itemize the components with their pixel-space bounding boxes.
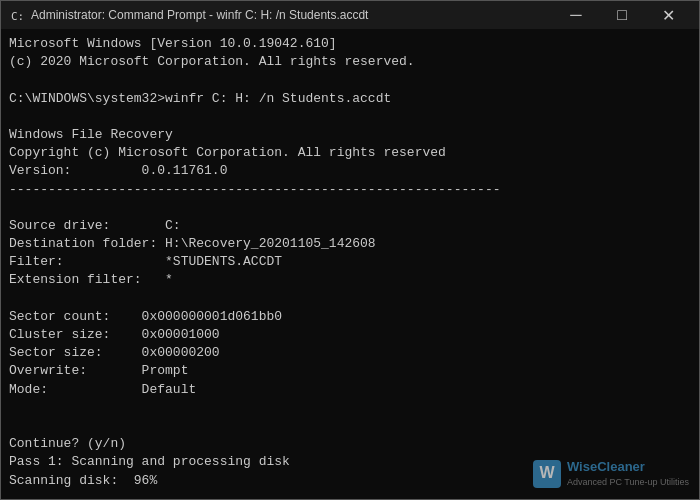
console-line: Continue? (y/n) (9, 435, 691, 453)
close-button[interactable]: ✕ (645, 1, 691, 29)
console-line: (c) 2020 Microsoft Corporation. All righ… (9, 53, 691, 71)
console-line: ----------------------------------------… (9, 181, 691, 199)
console-line: C:\WINDOWS\system32>winfr C: H: /n Stude… (9, 90, 691, 108)
svg-text:C:: C: (11, 10, 24, 23)
brand-name: WiseCleaner (567, 458, 645, 476)
watermark: W WiseCleaner Advanced PC Tune-up Utilit… (533, 458, 689, 489)
console-line: Sector size: 0x00000200 (9, 344, 691, 362)
wisecleaner-logo-icon: W (533, 460, 561, 488)
brand-tagline: Advanced PC Tune-up Utilities (567, 476, 689, 489)
console-line: Cluster size: 0x00001000 (9, 326, 691, 344)
minimize-button[interactable]: ─ (553, 1, 599, 29)
window-controls: ─ □ ✕ (553, 1, 691, 29)
console-line: Destination folder: H:\Recovery_20201105… (9, 235, 691, 253)
console-output: Microsoft Windows [Version 10.0.19042.61… (1, 29, 699, 499)
console-lines: Microsoft Windows [Version 10.0.19042.61… (9, 35, 691, 490)
console-line: Copyright (c) Microsoft Corporation. All… (9, 144, 691, 162)
cmd-icon: C: (9, 7, 25, 23)
console-line: Source drive: C: (9, 217, 691, 235)
console-line (9, 417, 691, 435)
command-prompt-window: C: Administrator: Command Prompt - winfr… (0, 0, 700, 500)
console-line: Extension filter: * (9, 271, 691, 289)
console-line: Sector count: 0x000000001d061bb0 (9, 308, 691, 326)
console-line: Version: 0.0.11761.0 (9, 162, 691, 180)
console-line: Overwrite: Prompt (9, 362, 691, 380)
console-line (9, 290, 691, 308)
console-line (9, 108, 691, 126)
console-line: Microsoft Windows [Version 10.0.19042.61… (9, 35, 691, 53)
maximize-button[interactable]: □ (599, 1, 645, 29)
console-line: Mode: Default (9, 381, 691, 399)
watermark-text-block: WiseCleaner Advanced PC Tune-up Utilitie… (567, 458, 689, 489)
console-line: Windows File Recovery (9, 126, 691, 144)
window-title: Administrator: Command Prompt - winfr C:… (31, 8, 553, 22)
console-line (9, 199, 691, 217)
console-line: Filter: *STUDENTS.ACCDT (9, 253, 691, 271)
console-line (9, 71, 691, 89)
console-line (9, 399, 691, 417)
title-bar: C: Administrator: Command Prompt - winfr… (1, 1, 699, 29)
